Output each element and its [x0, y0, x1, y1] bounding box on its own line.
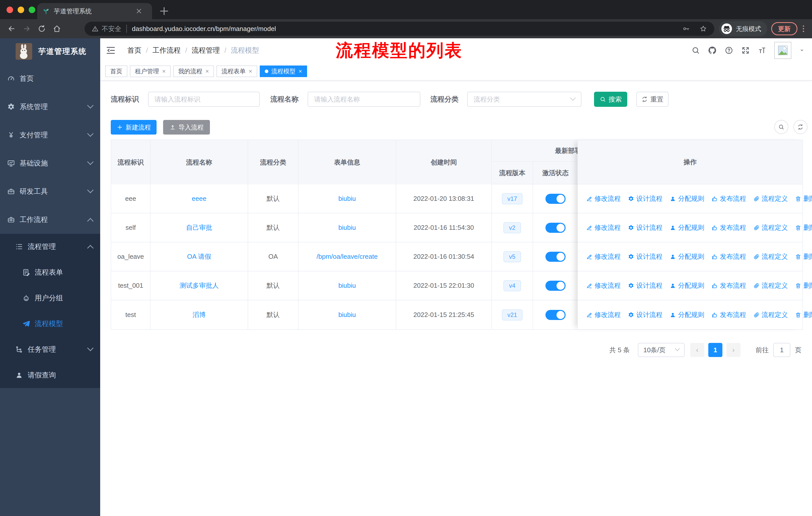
action-edit-link[interactable]: 修改流程 — [586, 252, 621, 261]
cell-form-info-link[interactable]: biubiu — [338, 311, 356, 319]
avatar[interactable] — [774, 42, 791, 59]
sidebar-item[interactable]: 任务管理 — [0, 336, 100, 362]
action-assign-link[interactable]: 分配规则 — [670, 310, 704, 319]
action-assign-link[interactable]: 分配规则 — [670, 223, 704, 232]
action-definition-link[interactable]: 流程定义 — [753, 281, 788, 290]
action-design-link[interactable]: 设计流程 — [628, 194, 663, 203]
action-edit-link[interactable]: 修改流程 — [586, 194, 621, 203]
sidebar-logo[interactable]: 芋道管理系统 — [0, 38, 100, 64]
reload-button[interactable] — [34, 21, 49, 36]
next-page-button[interactable]: › — [726, 343, 741, 357]
action-publish-link[interactable]: 发布流程 — [711, 223, 746, 232]
action-definition-link[interactable]: 流程定义 — [753, 194, 788, 203]
help-icon[interactable] — [724, 46, 733, 55]
action-edit-link[interactable]: 修改流程 — [586, 310, 621, 319]
cell-form-info-link[interactable]: biubiu — [338, 224, 356, 232]
new-tab-button[interactable] — [158, 5, 170, 17]
action-assign-link[interactable]: 分配规则 — [670, 194, 704, 203]
cell-form-info-link[interactable]: biubiu — [338, 195, 356, 202]
fullscreen-icon[interactable] — [741, 46, 750, 55]
import-process-button[interactable]: 导入流程 — [163, 120, 210, 135]
action-design-link[interactable]: 设计流程 — [628, 281, 663, 290]
action-delete-link[interactable]: 删除 — [795, 310, 812, 319]
sidebar-item[interactable]: 用户分组 — [0, 285, 100, 311]
action-assign-link[interactable]: 分配规则 — [670, 252, 704, 261]
tag-close-icon[interactable]: × — [162, 68, 166, 75]
update-button[interactable]: 更新 — [771, 22, 798, 35]
action-edit-link[interactable]: 修改流程 — [586, 281, 621, 290]
action-publish-link[interactable]: 发布流程 — [711, 194, 746, 203]
tag-item[interactable]: 首页 — [105, 65, 127, 77]
cell-process-name-link[interactable]: eeee — [192, 195, 206, 202]
action-delete-link[interactable]: 删除 — [795, 281, 812, 290]
sidebar-item[interactable]: 首页 — [0, 64, 100, 93]
sidebar-item[interactable]: 系统管理 — [0, 93, 100, 121]
sidebar-item[interactable]: 流程管理 — [0, 234, 100, 260]
sidebar-collapse-button[interactable] — [105, 45, 116, 56]
cell-form-info-link[interactable]: /bpm/oa/leave/create — [317, 253, 378, 261]
action-delete-link[interactable]: 删除 — [795, 194, 812, 203]
maximize-window-button[interactable] — [29, 6, 35, 13]
bookmark-star-icon[interactable] — [699, 25, 707, 33]
cell-process-name-link[interactable]: 自己审批 — [186, 223, 212, 232]
sidebar-item[interactable]: 流程模型 — [0, 311, 100, 336]
address-bar[interactable]: 不安全 dashboard.yudao.iocoder.cn/bpm/manag… — [85, 22, 714, 36]
search-button[interactable]: 搜索 — [594, 92, 627, 107]
action-definition-link[interactable]: 流程定义 — [753, 223, 788, 232]
action-publish-link[interactable]: 发布流程 — [711, 281, 746, 290]
goto-page-input[interactable] — [773, 343, 790, 357]
tag-item[interactable]: 流程表单× — [216, 65, 257, 77]
sidebar-item[interactable]: 研发工具 — [0, 178, 100, 206]
chevron-down-icon[interactable] — [799, 47, 805, 53]
reset-button[interactable]: 重置 — [636, 92, 669, 107]
action-publish-link[interactable]: 发布流程 — [711, 310, 746, 319]
font-size-icon[interactable] — [758, 46, 767, 55]
close-window-button[interactable] — [6, 6, 13, 13]
back-button[interactable] — [4, 21, 19, 36]
process-name-input[interactable] — [308, 92, 420, 107]
action-assign-link[interactable]: 分配规则 — [670, 281, 704, 290]
action-design-link[interactable]: 设计流程 — [628, 223, 663, 232]
refresh-table-button[interactable] — [793, 120, 808, 134]
prev-page-button[interactable]: ‹ — [690, 343, 704, 357]
action-delete-link[interactable]: 删除 — [795, 223, 812, 232]
forward-button[interactable] — [19, 21, 34, 36]
current-page-button[interactable]: 1 — [708, 343, 722, 357]
tag-close-icon[interactable]: × — [298, 68, 302, 75]
action-definition-link[interactable]: 流程定义 — [753, 310, 788, 319]
action-edit-link[interactable]: 修改流程 — [586, 223, 621, 232]
action-design-link[interactable]: 设计流程 — [628, 252, 663, 261]
active-status-toggle[interactable] — [546, 281, 566, 291]
cell-process-name-link[interactable]: 测试多审批人 — [179, 281, 219, 290]
sidebar-item[interactable]: 基础设施 — [0, 149, 100, 178]
page-size-select[interactable]: 10条/页 — [638, 343, 685, 357]
cell-process-name-link[interactable]: OA 请假 — [187, 252, 211, 261]
create-process-button[interactable]: 新建流程 — [111, 120, 156, 135]
sidebar-item[interactable]: 工作流程 — [0, 206, 100, 234]
breadcrumb-workflow[interactable]: 工作流程 — [152, 46, 181, 55]
github-icon[interactable] — [708, 46, 717, 55]
tab-close-icon[interactable] — [135, 7, 143, 15]
browser-menu-button[interactable] — [799, 23, 808, 34]
password-key-icon[interactable] — [682, 25, 690, 33]
active-status-toggle[interactable] — [546, 194, 566, 204]
sidebar-item[interactable]: 流程表单 — [0, 260, 100, 285]
home-button[interactable] — [49, 21, 64, 36]
tag-close-icon[interactable]: × — [249, 68, 252, 75]
tag-close-icon[interactable]: × — [205, 68, 209, 75]
browser-tab[interactable]: 芋道管理系统 — [37, 3, 152, 19]
tag-active[interactable]: 流程模型× — [260, 65, 307, 77]
breadcrumb-process-manage[interactable]: 流程管理 — [192, 46, 220, 55]
action-publish-link[interactable]: 发布流程 — [711, 252, 746, 261]
process-id-input[interactable] — [148, 92, 260, 107]
cell-process-name-link[interactable]: 滔博 — [193, 310, 206, 319]
sidebar-item[interactable]: 支付管理 — [0, 121, 100, 149]
search-icon[interactable] — [691, 46, 700, 55]
sidebar-item[interactable]: 请假查询 — [0, 362, 100, 388]
tag-item[interactable]: 我的流程× — [173, 65, 214, 77]
process-category-select[interactable]: 流程分类 — [467, 92, 581, 107]
toggle-search-button[interactable] — [774, 120, 788, 134]
cell-form-info-link[interactable]: biubiu — [338, 282, 356, 290]
minimize-window-button[interactable] — [18, 6, 24, 13]
tag-item[interactable]: 租户管理× — [130, 65, 171, 77]
